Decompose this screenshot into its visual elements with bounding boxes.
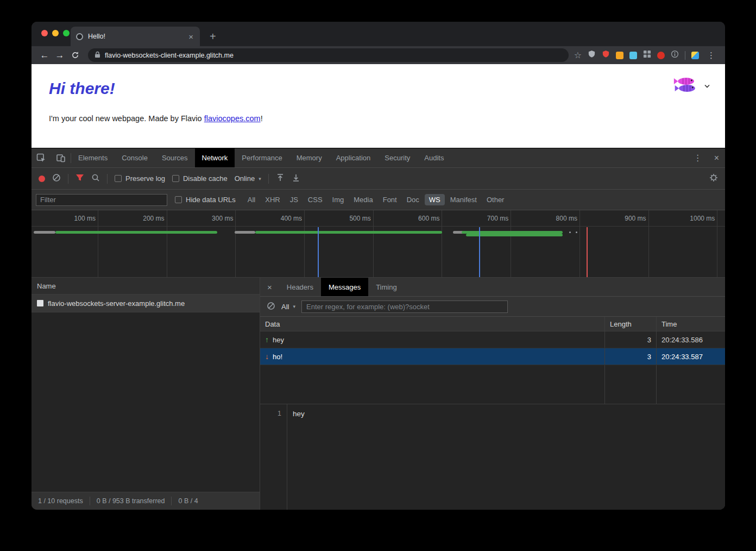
device-toolbar-icon	[56, 153, 66, 163]
reload-button[interactable]	[67, 51, 83, 59]
extension-grid-icon[interactable]	[643, 50, 651, 60]
info-icon[interactable]	[671, 50, 679, 60]
bookmark-star-icon[interactable]: ☆	[574, 50, 582, 60]
back-button[interactable]: ←	[37, 51, 52, 60]
tab-elements[interactable]: Elements	[71, 148, 115, 167]
tab-performance[interactable]: Performance	[235, 148, 289, 167]
tab-title: Hello!	[88, 33, 182, 40]
export-har-button[interactable]	[292, 173, 300, 184]
message-type-dropdown[interactable]: All ▾	[281, 303, 295, 311]
message-type-value: All	[281, 303, 289, 311]
clear-messages-button[interactable]	[267, 302, 275, 312]
toolbar-divider	[685, 51, 685, 60]
filter-media[interactable]: Media	[349, 194, 377, 205]
tab-close-icon[interactable]: ×	[187, 32, 194, 41]
filter-manifest[interactable]: Manifest	[446, 194, 481, 205]
tab-memory[interactable]: Memory	[289, 148, 329, 167]
tab-security[interactable]: Security	[377, 148, 417, 167]
request-name: flavio-websockets-server-example.glitch.…	[48, 299, 185, 308]
tab-timing[interactable]: Timing	[368, 278, 405, 296]
clear-icon	[52, 173, 61, 182]
zoom-window-button[interactable]	[63, 30, 70, 36]
timeline-tick-label: 900 ms	[625, 215, 646, 222]
flaviocopes-link[interactable]: flaviocopes.com	[204, 114, 261, 123]
message-row[interactable]: ↓ ho! 3 20:24:33.587	[260, 348, 725, 365]
tab-network[interactable]: Network	[195, 148, 235, 167]
timeline-gridline: 600 ms	[442, 210, 442, 277]
filter-doc[interactable]: Doc	[402, 194, 424, 205]
filter-toggle-button[interactable]	[75, 174, 84, 183]
messages-table-header: Data Length Time	[260, 317, 725, 331]
new-tab-button[interactable]: +	[210, 31, 216, 42]
throttling-value: Online	[235, 174, 255, 183]
requests-name-header[interactable]: Name	[32, 278, 260, 295]
filter-input[interactable]	[36, 194, 167, 206]
timeline-gridline: 1000 ms	[717, 210, 717, 277]
filter-js[interactable]: JS	[286, 194, 303, 205]
timeline-gridline: 200 ms	[167, 210, 167, 277]
timeline-tick-label: 100 ms	[74, 215, 96, 222]
extension-shield-icon-1[interactable]	[588, 50, 596, 60]
forward-button[interactable]: →	[52, 51, 67, 60]
close-window-button[interactable]	[41, 30, 48, 36]
device-toolbar-button[interactable]	[51, 153, 71, 163]
devtools-close-icon[interactable]: ×	[708, 153, 725, 163]
extension-shield-icon-2[interactable]	[602, 50, 610, 60]
tab-application[interactable]: Application	[329, 148, 378, 167]
browser-tab[interactable]: Hello! ×	[71, 27, 200, 46]
tab-messages[interactable]: Messages	[321, 278, 368, 296]
glitch-fish-menu[interactable]	[673, 74, 710, 98]
checkbox-icon	[115, 175, 122, 182]
tab-strip: Hello! × +	[32, 22, 725, 46]
extension-icon-parrot[interactable]	[691, 52, 699, 59]
filter-img[interactable]: Img	[328, 194, 349, 205]
message-length: 3	[605, 348, 657, 365]
browser-menu-icon[interactable]: ⋮	[705, 51, 717, 60]
hide-data-urls-checkbox[interactable]: Hide data URLs	[175, 196, 236, 204]
message-regex-input[interactable]	[301, 300, 508, 313]
clear-requests-button[interactable]	[52, 173, 61, 184]
inspect-element-button[interactable]	[32, 153, 51, 163]
disable-cache-checkbox[interactable]: Disable cache	[172, 174, 228, 183]
tab-audits[interactable]: Audits	[417, 148, 451, 167]
timeline-tick-label: 400 ms	[281, 215, 302, 222]
tab-console[interactable]: Console	[115, 148, 155, 167]
waterfall-bar	[255, 231, 442, 234]
message-data: ho!	[273, 353, 282, 361]
preserve-log-checkbox[interactable]: Preserve log	[115, 174, 165, 183]
filter-xhr[interactable]: XHR	[261, 194, 284, 205]
record-button[interactable]	[39, 176, 45, 182]
requests-count: 1 / 10 requests	[32, 497, 90, 505]
chevron-down-icon[interactable]	[704, 84, 710, 88]
extension-icon-orange[interactable]	[616, 52, 623, 59]
minimize-window-button[interactable]	[52, 30, 59, 36]
column-header-data[interactable]: Data	[260, 317, 605, 331]
filter-font[interactable]: Font	[379, 194, 401, 205]
request-row[interactable]: flavio-websockets-server-example.glitch.…	[32, 295, 260, 312]
column-header-time[interactable]: Time	[657, 317, 725, 331]
extension-icon-red[interactable]	[657, 52, 665, 59]
checkbox-icon	[175, 196, 182, 203]
filter-css[interactable]: CSS	[304, 194, 327, 205]
filter-other[interactable]: Other	[482, 194, 509, 205]
timeline-tick-label: 1000 ms	[690, 215, 715, 222]
detail-close-icon[interactable]: ×	[260, 283, 279, 292]
message-length: 3	[605, 331, 657, 348]
message-row[interactable]: ↑ hey 3 20:24:33.586	[260, 331, 725, 348]
network-overview-timeline[interactable]: 100 ms 200 ms 300 ms 400 ms 500 ms 600 m…	[32, 210, 725, 278]
toolbar-divider	[107, 174, 108, 184]
tab-sources[interactable]: Sources	[155, 148, 195, 167]
filter-all[interactable]: All	[243, 194, 260, 205]
extension-icon-blue[interactable]	[629, 52, 637, 59]
filter-ws[interactable]: WS	[425, 194, 445, 205]
waterfall-dot	[576, 231, 577, 233]
tab-headers[interactable]: Headers	[279, 278, 321, 296]
import-har-button[interactable]	[276, 173, 285, 184]
column-header-length[interactable]: Length	[605, 317, 657, 331]
devtools-menu-icon[interactable]: ⋮	[688, 153, 708, 163]
waterfall-dot	[569, 231, 571, 233]
address-bar[interactable]: flavio-websockets-client-example.glitch.…	[88, 48, 569, 62]
throttling-dropdown[interactable]: Online ▾	[235, 174, 261, 183]
settings-button[interactable]	[709, 173, 718, 184]
search-button[interactable]	[91, 173, 100, 184]
